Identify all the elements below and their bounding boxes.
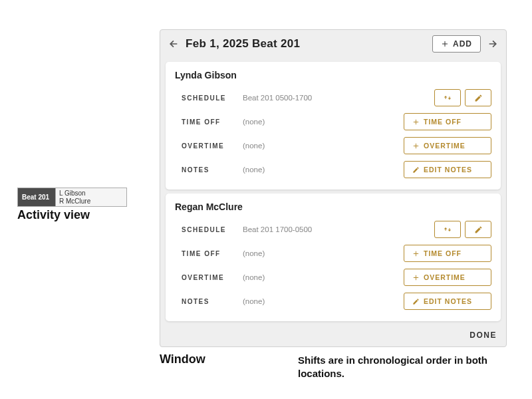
edit-notes-button[interactable]: EDIT NOTES	[404, 293, 491, 310]
notes-row: NOTES (none) EDIT NOTES	[175, 291, 491, 312]
window-title: Feb 1, 2025 Beat 201	[186, 37, 427, 51]
edit-notes-button-label: EDIT NOTES	[424, 297, 472, 305]
activity-view: Beat 201 L Gibson R McClure Activity vie…	[17, 188, 127, 222]
schedule-row: SCHEDULE Beat 201 1700-0500	[175, 219, 491, 240]
edit-shift-button[interactable]	[465, 89, 491, 106]
timeoff-value: (none)	[243, 249, 404, 257]
pencil-icon	[474, 225, 483, 234]
timeoff-row: TIME OFF (none) TIME OFF	[175, 111, 491, 132]
overtime-value: (none)	[243, 273, 404, 281]
plus-icon	[412, 142, 420, 150]
timeoff-label: TIME OFF	[175, 250, 243, 257]
activity-row[interactable]: Beat 201 L Gibson R McClure	[17, 188, 127, 207]
plus-icon	[412, 118, 420, 126]
person-name: Lynda Gibson	[175, 70, 491, 80]
schedule-value: Beat 201 1700-0500	[243, 225, 434, 233]
schedule-label: SCHEDULE	[175, 94, 243, 102]
person-card: Lynda Gibson SCHEDULE Beat 201 0500-1700…	[166, 62, 501, 190]
notes-value: (none)	[243, 166, 404, 174]
swap-shift-button[interactable]	[434, 89, 461, 106]
overtime-label: OVERTIME	[175, 142, 243, 150]
notes-label: NOTES	[175, 166, 243, 174]
pencil-icon	[474, 94, 483, 102]
swap-icon	[443, 225, 452, 234]
overtime-row: OVERTIME (none) OVERTIME	[175, 267, 491, 288]
overtime-label: OVERTIME	[175, 274, 243, 281]
timeoff-row: TIME OFF (none) TIME OFF	[175, 243, 491, 264]
timeoff-label: TIME OFF	[175, 118, 243, 126]
arrow-left-icon	[168, 39, 179, 49]
person-name: Regan McClure	[175, 201, 491, 212]
add-overtime-button[interactable]: OVERTIME	[404, 269, 491, 286]
shift-window: Feb 1, 2025 Beat 201 ADD Lynda Gibson SC…	[160, 29, 507, 347]
overtime-row: OVERTIME (none) OVERTIME	[175, 135, 491, 156]
overtime-button-label: OVERTIME	[424, 273, 466, 281]
add-timeoff-button[interactable]: TIME OFF	[404, 245, 491, 262]
activity-name-item: R McClure	[59, 198, 123, 205]
swap-shift-button[interactable]	[434, 221, 461, 238]
overtime-button-label: OVERTIME	[424, 142, 466, 150]
activity-beat-label: Beat 201	[18, 188, 55, 206]
next-day-button[interactable]	[486, 37, 499, 51]
notes-value: (none)	[243, 297, 404, 305]
order-caption: Shifts are in chronological order in bot…	[298, 354, 504, 381]
activity-view-caption: Activity view	[17, 208, 127, 222]
swap-icon	[443, 93, 452, 102]
notes-label: NOTES	[175, 298, 243, 305]
prev-day-button[interactable]	[167, 37, 180, 51]
activity-names: L Gibson R McClure	[55, 188, 126, 206]
arrow-right-icon	[487, 39, 498, 49]
schedule-row: SCHEDULE Beat 201 0500-1700	[175, 87, 491, 108]
edit-notes-button-label: EDIT NOTES	[424, 166, 472, 174]
add-timeoff-button[interactable]: TIME OFF	[404, 113, 491, 130]
timeoff-button-label: TIME OFF	[424, 118, 462, 126]
window-footer: DONE	[160, 325, 506, 346]
activity-name-item: L Gibson	[59, 190, 123, 198]
edit-notes-button[interactable]: EDIT NOTES	[404, 161, 491, 178]
plus-icon	[412, 250, 420, 257]
timeoff-button-label: TIME OFF	[424, 249, 462, 257]
window-header: Feb 1, 2025 Beat 201 ADD	[160, 30, 506, 58]
notes-row: NOTES (none) EDIT NOTES	[175, 159, 491, 180]
plus-icon	[412, 274, 420, 281]
schedule-value: Beat 201 0500-1700	[243, 94, 434, 102]
overtime-value: (none)	[243, 142, 404, 150]
add-button[interactable]: ADD	[432, 35, 481, 53]
add-overtime-button[interactable]: OVERTIME	[404, 137, 491, 154]
pencil-icon	[412, 298, 420, 305]
window-caption: Window	[160, 352, 205, 366]
person-card: Regan McClure SCHEDULE Beat 201 1700-050…	[166, 194, 501, 321]
add-button-label: ADD	[453, 39, 472, 49]
edit-shift-button[interactable]	[465, 221, 491, 238]
plus-icon	[441, 40, 449, 48]
done-button[interactable]: DONE	[469, 331, 497, 340]
pencil-icon	[412, 166, 420, 174]
timeoff-value: (none)	[243, 118, 404, 126]
schedule-label: SCHEDULE	[175, 226, 243, 233]
